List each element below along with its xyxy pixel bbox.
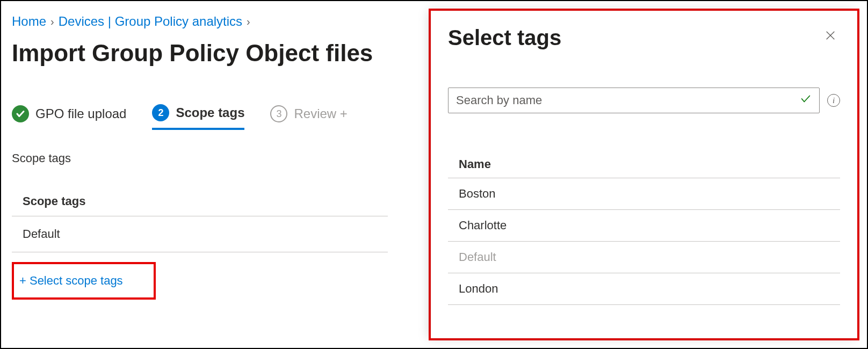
select-tags-flyout: Select tags i Name Boston Charlotte Defa… (431, 11, 857, 338)
tags-list-header: Name (448, 151, 840, 178)
page-title: Import Group Policy Object files (12, 40, 388, 67)
breadcrumb-devices[interactable]: Devices | Group Policy analytics (59, 14, 242, 29)
step-number-badge: 3 (270, 105, 287, 122)
breadcrumb: Home › Devices | Group Policy analytics … (12, 14, 388, 29)
step-scope-tags[interactable]: 2 Scope tags (152, 104, 244, 130)
select-scope-tags-button[interactable]: + Select scope tags (19, 274, 123, 288)
wizard-steps: GPO file upload 2 Scope tags 3 Review + (12, 104, 388, 130)
tag-row[interactable]: Charlotte (448, 210, 840, 242)
checkmark-icon (800, 93, 812, 108)
search-box[interactable] (448, 88, 820, 113)
step-label: Review + (294, 106, 347, 121)
close-button[interactable] (821, 26, 840, 45)
chevron-right-icon: › (50, 16, 54, 28)
step-number-badge: 2 (152, 104, 169, 121)
main-content: Home › Devices | Group Policy analytics … (1, 1, 399, 348)
highlight-box: + Select scope tags (12, 262, 156, 300)
step-label: Scope tags (176, 105, 244, 120)
section-label-scope-tags: Scope tags (12, 151, 388, 165)
step-label: GPO file upload (35, 106, 126, 121)
tag-row: Default (448, 242, 840, 273)
flyout-title: Select tags (448, 26, 561, 50)
breadcrumb-home[interactable]: Home (12, 14, 46, 29)
info-icon[interactable]: i (827, 94, 840, 107)
search-input[interactable] (456, 93, 800, 107)
scope-tags-table-row: Default (12, 216, 388, 252)
step-gpo-upload[interactable]: GPO file upload (12, 105, 126, 129)
tag-row[interactable]: Boston (448, 178, 840, 210)
chevron-right-icon: › (247, 16, 250, 28)
tag-row[interactable]: London (448, 273, 840, 305)
flyout-highlight: Select tags i Name Boston Charlotte Defa… (429, 9, 859, 340)
step-review[interactable]: 3 Review + (270, 105, 347, 129)
scope-tags-table-header: Scope tags (12, 187, 388, 216)
checkmark-icon (12, 105, 29, 122)
